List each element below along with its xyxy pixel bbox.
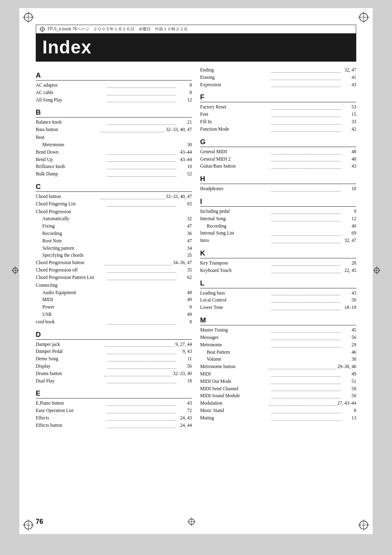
entry-label: Chord Progression button	[36, 259, 103, 267]
entry-dots	[107, 415, 177, 421]
entry-page: 32, 47	[342, 67, 356, 74]
index-entry: Erasing41	[200, 74, 356, 81]
index-entry: Metronome button29–30, 46	[200, 363, 356, 371]
index-entry: Metronome29	[200, 341, 356, 349]
index-entry: USB49	[36, 311, 192, 318]
entry-page: 45	[342, 327, 356, 334]
entry-page: 48	[187, 289, 192, 297]
entry-dots	[107, 348, 177, 354]
entry-label: AC cable	[36, 89, 106, 97]
index-entry: Muting13	[200, 415, 356, 422]
index-entry: Recording36	[36, 230, 192, 237]
entry-page: 56	[178, 363, 192, 370]
entry-label: Drums button	[36, 370, 103, 378]
entry-label: Lower Tone	[200, 304, 270, 311]
entry-page: 24, 44	[178, 422, 192, 429]
entry-page: 18–19	[342, 304, 356, 311]
entry-dots	[271, 215, 341, 221]
entry-page: 43	[342, 81, 356, 89]
index-entry: Factory Reset53	[200, 104, 356, 111]
side-mark-left	[12, 266, 18, 276]
index-entry: Chord Fingering List65	[36, 200, 192, 208]
entry-label: Key Transpose	[200, 260, 270, 267]
entry-label: Messages	[200, 334, 270, 341]
index-entry: Leading bass43	[200, 290, 356, 297]
entry-page: 49	[187, 311, 192, 318]
footer-center-mark	[187, 518, 196, 526]
index-entry: Audio Equipment48	[36, 289, 192, 297]
entry-label: Damper jack	[36, 341, 104, 348]
entry-page: 35	[187, 252, 192, 259]
entry-page: 51	[342, 378, 356, 385]
index-entry: AC adaptor8	[36, 82, 192, 89]
index-entry: Balance knob21	[36, 119, 192, 126]
entry-page: 15	[342, 111, 356, 118]
entry-label: E.Piano button	[36, 400, 106, 407]
entry-page: 8	[178, 82, 192, 89]
entry-dots	[107, 400, 177, 406]
parent-label: Beat	[36, 134, 192, 141]
entry-page: 9	[342, 208, 356, 215]
entry-page: 29–30, 46	[337, 363, 356, 371]
entry-label: Recording	[42, 230, 62, 237]
entry-dots	[271, 392, 341, 398]
entry-label: cord hook	[36, 318, 106, 326]
index-entry: Easy Operation List72	[36, 407, 192, 415]
entry-page: 43	[342, 290, 356, 297]
entry-dots	[107, 89, 177, 95]
entry-label: Bulk Dump	[36, 170, 106, 178]
entry-page: 11	[178, 355, 192, 363]
meta-text: FP-5_e.book 76ページ ２００５年１月２６日 水曜日 午前１０時２２…	[48, 26, 188, 32]
entry-page: 33	[342, 118, 356, 126]
entry-dots	[271, 74, 341, 80]
entry-label: Chord Fingering List	[36, 200, 106, 208]
meta-bar: FP-5_e.book 76ページ ２００５年１月２６日 水曜日 午前１０時２２…	[36, 25, 356, 34]
index-entry: Internal Song List69	[200, 230, 356, 237]
entry-label: Modulation	[200, 400, 267, 407]
entry-page: 8	[342, 407, 356, 415]
section-letter-m: M	[200, 316, 356, 325]
entry-dots	[271, 156, 341, 162]
entry-dots	[271, 385, 341, 391]
entry-page: 40	[352, 223, 357, 230]
index-entry: Chord Progression off35	[36, 267, 192, 274]
section-letter-f: F	[200, 93, 356, 102]
entry-page: 49	[342, 371, 356, 378]
entry-label: Ending	[200, 67, 270, 74]
entry-page: 13	[342, 415, 356, 422]
index-entry: Messages56	[200, 334, 356, 341]
entry-dots	[271, 208, 341, 214]
parent-label: Connecting	[36, 282, 192, 289]
entry-dots	[104, 259, 172, 265]
entry-label: Feet	[200, 111, 270, 118]
entry-label: Power	[42, 304, 54, 311]
entry-label: Fill In	[200, 118, 270, 126]
entry-page: 41	[342, 74, 356, 81]
entry-page: 18	[178, 378, 192, 385]
entry-page: 47	[187, 237, 192, 245]
section-letter-a: A	[36, 71, 192, 81]
index-entry: Internal Song12	[200, 215, 356, 223]
entry-page: 35	[178, 267, 192, 274]
entry-label: Metronome button	[200, 363, 267, 371]
entry-label: Including pedal	[200, 208, 270, 215]
entry-dots	[107, 274, 177, 280]
entry-dots	[107, 163, 177, 169]
entry-label: MIDI Out Mode	[200, 378, 270, 385]
index-entry: E.Piano button43	[36, 400, 192, 407]
entry-dots	[106, 341, 174, 347]
index-entry: MIDI Sound Module50	[200, 392, 356, 400]
index-entry: Chord button32–33, 40, 47	[36, 193, 192, 200]
index-entry: Including pedal9	[200, 208, 356, 215]
entry-page: 24, 43	[178, 415, 192, 422]
entry-label: Intro	[200, 237, 270, 244]
entry-page: 36	[187, 230, 192, 237]
entry-label: Chord Progression off	[36, 267, 106, 274]
left-column: AAC adaptor8AC cable8All Song Play12BBal…	[36, 67, 196, 429]
entry-page: 28	[342, 260, 356, 267]
entry-page: 42	[342, 126, 356, 133]
entry-label: Specifying the chords	[42, 252, 83, 259]
entry-page: 50	[342, 297, 356, 304]
entry-page: 10	[178, 163, 192, 170]
entry-label: Recording	[207, 223, 226, 230]
